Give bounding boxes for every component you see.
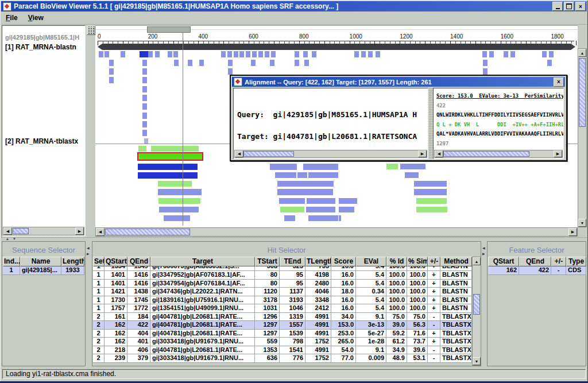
splitter-collapse-right-icon[interactable]: ▶ bbox=[87, 252, 90, 256]
hit-block[interactable] bbox=[280, 207, 304, 212]
scroll-down-icon[interactable]: ▼ bbox=[473, 357, 481, 365]
hit-block[interactable] bbox=[303, 164, 338, 170]
column-header[interactable]: QEnd bbox=[127, 257, 150, 266]
scroll-right-icon[interactable]: ▶ bbox=[418, 150, 427, 157]
hit-block[interactable] bbox=[542, 51, 547, 57]
hit-block[interactable] bbox=[284, 215, 295, 221]
canvas-vscrollbar[interactable]: ▲ ▼ bbox=[578, 48, 587, 227]
column-header[interactable]: Ind... bbox=[3, 257, 20, 266]
column-header[interactable]: QStart bbox=[105, 257, 127, 266]
scroll-thumb[interactable] bbox=[473, 294, 480, 315]
hit-block[interactable] bbox=[138, 146, 146, 152]
table-row[interactable]: 2239379gi|3033418|gb|U91679.1|RNU...6367… bbox=[93, 354, 472, 363]
table-row[interactable]: 114011416gi|3347954|gb|AF076184.1|AF...8… bbox=[93, 280, 472, 288]
hit-block[interactable] bbox=[140, 51, 149, 57]
hit-block[interactable] bbox=[121, 51, 125, 57]
hit-block[interactable] bbox=[188, 60, 192, 66]
hit-block[interactable] bbox=[251, 60, 256, 66]
scroll-thumb[interactable] bbox=[443, 151, 529, 157]
hit-block[interactable] bbox=[151, 146, 199, 152]
scroll-down-icon[interactable]: ▼ bbox=[578, 219, 586, 227]
hit-block[interactable] bbox=[312, 51, 316, 57]
hit-block[interactable] bbox=[99, 51, 103, 57]
scroll-up-icon[interactable]: ▲ bbox=[578, 49, 586, 57]
hit-block[interactable] bbox=[265, 51, 269, 57]
hit-block[interactable] bbox=[414, 181, 447, 187]
hit-block[interactable] bbox=[414, 189, 447, 195]
hit-block[interactable] bbox=[295, 51, 299, 57]
alignment-popup-title-bar[interactable]: Alignment -- Query: [422, 162] Target: [… bbox=[232, 77, 565, 87]
hit-block[interactable] bbox=[158, 189, 202, 195]
hit-block[interactable] bbox=[142, 121, 147, 127]
hit-block[interactable] bbox=[158, 181, 192, 187]
hit-block[interactable] bbox=[376, 51, 380, 57]
hit-block[interactable] bbox=[295, 60, 299, 66]
hit-block[interactable] bbox=[148, 51, 153, 57]
column-header[interactable]: Name bbox=[20, 257, 61, 266]
selector-splitter-left[interactable]: ◀ ▶ bbox=[86, 241, 92, 366]
table-row[interactable]: 117301745gi|1839161|gb|U75916.1|RNU...31… bbox=[93, 296, 472, 305]
minimize-button[interactable] bbox=[552, 2, 563, 11]
hit-block[interactable] bbox=[252, 51, 257, 57]
hit-block[interactable] bbox=[510, 51, 515, 57]
alignment-sequence-hscrollbar[interactable]: ◀ ▶ bbox=[434, 150, 563, 158]
hit-block[interactable] bbox=[142, 113, 147, 119]
hit-block[interactable] bbox=[142, 103, 147, 110]
hit-block[interactable] bbox=[303, 51, 308, 57]
menu-file[interactable]: File bbox=[6, 14, 18, 22]
table-row[interactable]: 2162422gi|404781|gb|L20681.1|RATE...1297… bbox=[93, 321, 472, 330]
hit-block[interactable] bbox=[482, 51, 487, 57]
scroll-up-icon[interactable]: ▲ bbox=[473, 257, 481, 265]
hit-block[interactable] bbox=[142, 60, 147, 66]
sequence-list-item[interactable]: [2] RAT_MRNA-tblastx bbox=[5, 137, 78, 145]
hit-block[interactable] bbox=[105, 51, 109, 57]
hit-block[interactable] bbox=[504, 51, 508, 57]
scroll-right-icon[interactable]: ▶ bbox=[554, 150, 562, 157]
hit-block[interactable] bbox=[109, 60, 114, 66]
hit-selector-vscrollbar[interactable]: ▲ ▼ bbox=[472, 257, 481, 366]
hit-block[interactable] bbox=[307, 198, 335, 204]
column-header[interactable]: Method bbox=[440, 257, 472, 266]
hit-block[interactable] bbox=[155, 51, 160, 57]
column-header[interactable]: Target bbox=[150, 257, 255, 266]
column-header[interactable]: Score bbox=[331, 257, 356, 266]
hit-block[interactable] bbox=[549, 51, 554, 57]
hit-block[interactable] bbox=[368, 51, 373, 57]
close-button[interactable]: × bbox=[575, 2, 586, 11]
title-bar[interactable]: Paracel BioView Viewer 5.1.1 [ gi|429185… bbox=[1, 1, 587, 11]
sequence-list-item[interactable]: gi|429185|gb|M85165.1|H bbox=[5, 34, 79, 41]
scroll-left-icon[interactable]: ◀ bbox=[3, 227, 12, 235]
hit-block[interactable] bbox=[142, 95, 147, 101]
canvas-hscrollbar[interactable]: ◀ ▶ bbox=[95, 227, 578, 237]
hit-block[interactable] bbox=[138, 172, 198, 179]
hit-block[interactable] bbox=[142, 77, 147, 83]
hit-block[interactable] bbox=[164, 215, 190, 221]
table-row[interactable]: 113341349gi|7666673|gb|AI863652.1|S...30… bbox=[93, 266, 472, 271]
main-vertical-splitter[interactable] bbox=[86, 25, 95, 237]
hit-block[interactable] bbox=[158, 198, 200, 204]
hit-block[interactable] bbox=[109, 68, 114, 75]
hit-block[interactable] bbox=[258, 51, 263, 57]
hit-block[interactable] bbox=[221, 51, 226, 57]
hit-block[interactable] bbox=[234, 51, 238, 57]
scroll-thumb[interactable] bbox=[13, 228, 29, 234]
splitter-collapse-left-icon[interactable]: ◀ bbox=[482, 246, 485, 250]
hit-block[interactable] bbox=[142, 68, 147, 75]
hit-block[interactable] bbox=[386, 164, 398, 169]
column-header[interactable]: QStart bbox=[488, 257, 519, 266]
hit-block[interactable] bbox=[339, 207, 354, 212]
maximize-button[interactable] bbox=[564, 2, 574, 11]
column-header[interactable]: Type bbox=[566, 257, 586, 266]
hit-block[interactable] bbox=[246, 51, 250, 57]
scroll-left-icon[interactable]: ◀ bbox=[96, 228, 105, 236]
hit-block[interactable] bbox=[142, 130, 147, 136]
hit-block[interactable] bbox=[228, 68, 233, 75]
hit-block[interactable] bbox=[308, 172, 338, 178]
column-header[interactable]: Length bbox=[61, 257, 84, 266]
scroll-right-icon[interactable]: ▶ bbox=[568, 228, 577, 236]
hit-block[interactable] bbox=[270, 164, 297, 170]
hit-block[interactable] bbox=[416, 207, 447, 212]
table-row[interactable]: 1gi|429185|...1933 bbox=[3, 266, 84, 275]
hit-block[interactable] bbox=[483, 60, 488, 66]
hit-block[interactable] bbox=[109, 77, 114, 83]
